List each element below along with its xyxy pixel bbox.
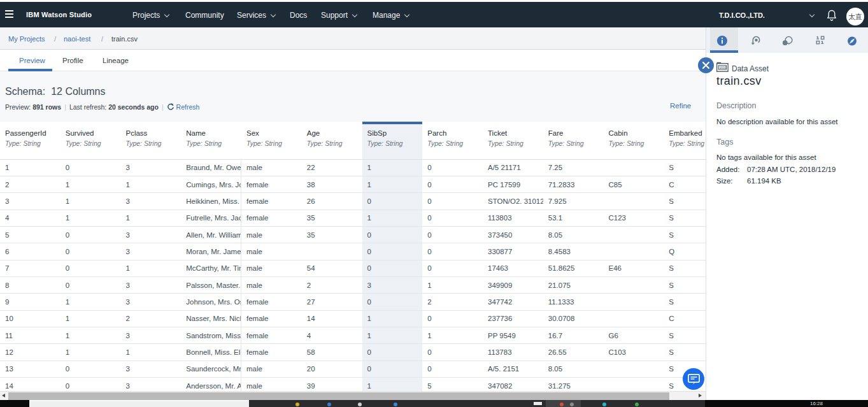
svg-text:1010: 1010 bbox=[719, 66, 726, 69]
